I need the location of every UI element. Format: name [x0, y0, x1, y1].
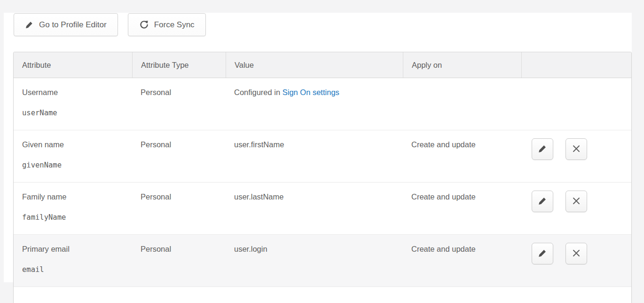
column-header-apply-on: Apply on — [403, 52, 521, 78]
actions-cell — [521, 183, 631, 234]
remove-attribute-button[interactable] — [565, 191, 587, 212]
table-row-primary-email: Primary email email Personal user.login … — [14, 235, 631, 287]
attribute-type-cell: Personal — [132, 130, 226, 182]
page-left-gutter — [0, 0, 4, 303]
actions-cell — [521, 235, 631, 287]
attribute-variable: email — [22, 265, 124, 274]
column-header-value: Value — [226, 52, 403, 78]
edit-attribute-button[interactable] — [532, 243, 553, 264]
value-cell: user.lastName — [226, 183, 403, 234]
table-row-family-name: Family name familyName Personal user.las… — [14, 183, 631, 235]
close-icon — [571, 196, 581, 207]
table-row-username: Username userName Personal Configured in… — [14, 78, 631, 130]
attribute-label: Given name — [22, 140, 124, 149]
apply-on-cell: Create and update — [403, 235, 521, 287]
go-to-profile-editor-label: Go to Profile Editor — [39, 20, 107, 30]
remove-attribute-button[interactable] — [565, 243, 587, 264]
apply-on-cell: Create and update — [403, 130, 521, 182]
column-header-attribute-type: Attribute Type — [132, 52, 226, 78]
sign-on-settings-link[interactable]: Sign On settings — [283, 88, 339, 96]
attribute-type-cell: Personal — [132, 235, 226, 287]
attribute-cell: Family name familyName — [14, 183, 132, 234]
go-to-profile-editor-button[interactable]: Go to Profile Editor — [14, 13, 118, 36]
apply-on-cell: Create and update — [403, 183, 521, 234]
table-header-row: Attribute Attribute Type Value Apply on — [14, 52, 631, 78]
attribute-label: Family name — [22, 192, 124, 201]
actions-cell — [521, 130, 631, 182]
edit-attribute-button[interactable] — [532, 191, 553, 212]
value-cell: user.login — [226, 235, 403, 287]
attribute-variable: familyName — [22, 213, 124, 222]
column-header-actions — [521, 52, 631, 78]
pencil-icon — [537, 144, 548, 155]
pencil-icon — [537, 248, 548, 260]
attribute-type-cell: Personal — [132, 183, 226, 234]
column-header-attribute: Attribute — [14, 52, 132, 78]
attribute-variable: givenName — [22, 161, 124, 169]
value-cell: user.firstName — [226, 130, 403, 182]
table-row-partial — [14, 287, 631, 303]
page-top-gutter — [0, 0, 644, 13]
force-sync-button[interactable]: Force Sync — [128, 13, 206, 36]
actions-cell — [521, 78, 631, 130]
attribute-cell: Primary email email — [14, 235, 132, 287]
remove-attribute-button[interactable] — [565, 138, 587, 160]
pencil-icon — [25, 20, 34, 29]
attribute-cell: Given name givenName — [14, 130, 132, 182]
page-right-gutter — [632, 0, 644, 303]
attribute-cell: Username userName — [14, 78, 132, 130]
value-text: Configured in — [234, 88, 283, 96]
attribute-variable: userName — [22, 109, 124, 117]
table-row-given-name: Given name givenName Personal user.first… — [14, 130, 631, 183]
attribute-label: Primary email — [22, 245, 124, 254]
force-sync-label: Force Sync — [154, 20, 195, 30]
pencil-icon — [537, 196, 548, 207]
apply-on-cell — [403, 78, 521, 130]
close-icon — [571, 144, 581, 155]
attribute-label: Username — [22, 88, 124, 97]
page-bottom-left-gutter — [0, 282, 13, 303]
refresh-icon — [139, 20, 149, 30]
attribute-type-cell: Personal — [132, 78, 226, 130]
attribute-mappings-table: Attribute Attribute Type Value Apply on … — [13, 52, 632, 303]
edit-attribute-button[interactable] — [532, 138, 553, 160]
value-cell: Configured in Sign On settings — [226, 78, 403, 130]
toolbar: Go to Profile Editor Force Sync — [14, 13, 206, 36]
close-icon — [571, 248, 581, 260]
